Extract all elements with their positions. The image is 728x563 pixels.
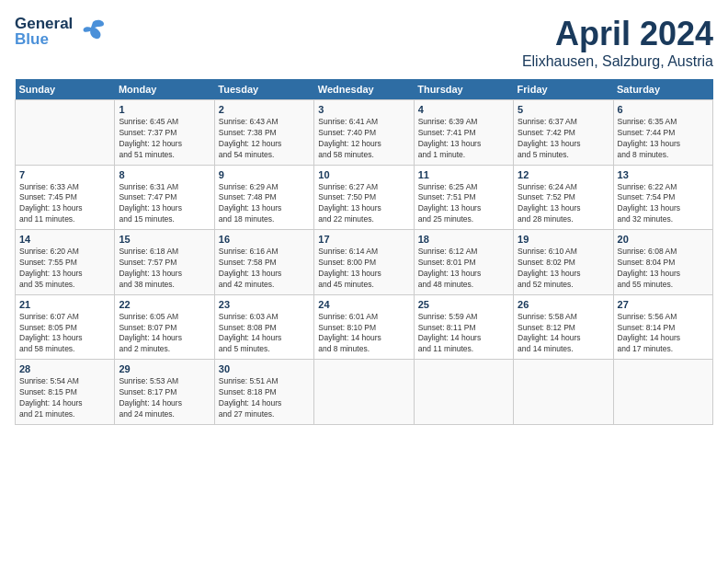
day-info: Sunrise: 6:16 AM Sunset: 7:58 PM Dayligh… xyxy=(219,247,310,291)
day-info: Sunrise: 6:43 AM Sunset: 7:38 PM Dayligh… xyxy=(219,117,310,161)
calendar-cell: 14Sunrise: 6:20 AM Sunset: 7:55 PM Dayli… xyxy=(16,230,115,295)
header: General Blue April 2024 Elixhausen, Salz… xyxy=(15,15,713,70)
calendar-cell: 1Sunrise: 6:45 AM Sunset: 7:37 PM Daylig… xyxy=(115,100,214,166)
day-info: Sunrise: 5:54 AM Sunset: 8:15 PM Dayligh… xyxy=(19,376,110,420)
day-number: 26 xyxy=(518,299,609,310)
col-header-sunday: Sunday xyxy=(16,79,115,100)
calendar-cell: 3Sunrise: 6:41 AM Sunset: 7:40 PM Daylig… xyxy=(314,100,414,166)
col-header-tuesday: Tuesday xyxy=(214,79,313,100)
calendar-cell: 16Sunrise: 6:16 AM Sunset: 7:58 PM Dayli… xyxy=(214,230,313,295)
calendar-cell: 25Sunrise: 5:59 AM Sunset: 8:11 PM Dayli… xyxy=(414,294,513,360)
day-info: Sunrise: 6:33 AM Sunset: 7:45 PM Dayligh… xyxy=(19,182,110,226)
calendar-table: SundayMondayTuesdayWednesdayThursdayFrid… xyxy=(15,79,713,425)
day-info: Sunrise: 6:22 AM Sunset: 7:54 PM Dayligh… xyxy=(618,182,709,226)
calendar-cell: 7Sunrise: 6:33 AM Sunset: 7:45 PM Daylig… xyxy=(16,165,115,230)
calendar-cell: 21Sunrise: 6:07 AM Sunset: 8:05 PM Dayli… xyxy=(16,294,115,360)
day-info: Sunrise: 6:41 AM Sunset: 7:40 PM Dayligh… xyxy=(318,117,409,161)
calendar-cell: 9Sunrise: 6:29 AM Sunset: 7:48 PM Daylig… xyxy=(214,165,313,230)
day-number: 24 xyxy=(318,299,409,310)
day-info: Sunrise: 6:25 AM Sunset: 7:51 PM Dayligh… xyxy=(418,182,509,226)
day-number: 25 xyxy=(418,299,509,310)
day-info: Sunrise: 6:29 AM Sunset: 7:48 PM Dayligh… xyxy=(219,182,310,226)
day-info: Sunrise: 5:53 AM Sunset: 8:17 PM Dayligh… xyxy=(119,376,210,420)
calendar-cell: 11Sunrise: 6:25 AM Sunset: 7:51 PM Dayli… xyxy=(414,165,513,230)
day-number: 10 xyxy=(318,169,409,180)
day-number: 4 xyxy=(418,104,509,115)
day-info: Sunrise: 6:05 AM Sunset: 8:07 PM Dayligh… xyxy=(119,312,210,356)
day-info: Sunrise: 6:24 AM Sunset: 7:52 PM Dayligh… xyxy=(518,182,609,226)
day-number: 13 xyxy=(618,169,709,180)
page-container: General Blue April 2024 Elixhausen, Salz… xyxy=(0,0,728,432)
day-number: 8 xyxy=(119,169,210,180)
col-header-saturday: Saturday xyxy=(613,79,712,100)
calendar-cell xyxy=(16,100,115,166)
day-info: Sunrise: 6:14 AM Sunset: 8:00 PM Dayligh… xyxy=(318,247,409,291)
day-info: Sunrise: 6:03 AM Sunset: 8:08 PM Dayligh… xyxy=(219,312,310,356)
col-header-monday: Monday xyxy=(115,79,214,100)
calendar-cell: 10Sunrise: 6:27 AM Sunset: 7:50 PM Dayli… xyxy=(314,165,414,230)
day-number: 7 xyxy=(19,169,110,180)
day-number: 6 xyxy=(618,104,709,115)
calendar-cell: 13Sunrise: 6:22 AM Sunset: 7:54 PM Dayli… xyxy=(613,165,712,230)
col-header-friday: Friday xyxy=(514,79,613,100)
calendar-cell: 2Sunrise: 6:43 AM Sunset: 7:38 PM Daylig… xyxy=(214,100,313,166)
col-header-thursday: Thursday xyxy=(414,79,513,100)
location-title: Elixhausen, Salzburg, Austria xyxy=(522,53,713,70)
logo-general: General xyxy=(15,16,73,31)
calendar-cell xyxy=(414,360,513,425)
day-info: Sunrise: 5:51 AM Sunset: 8:18 PM Dayligh… xyxy=(219,376,310,420)
calendar-cell: 15Sunrise: 6:18 AM Sunset: 7:57 PM Dayli… xyxy=(115,230,214,295)
day-info: Sunrise: 6:20 AM Sunset: 7:55 PM Dayligh… xyxy=(19,247,110,291)
calendar-cell xyxy=(613,360,712,425)
calendar-cell: 17Sunrise: 6:14 AM Sunset: 8:00 PM Dayli… xyxy=(314,230,414,295)
day-info: Sunrise: 6:10 AM Sunset: 8:02 PM Dayligh… xyxy=(518,247,609,291)
calendar-cell: 12Sunrise: 6:24 AM Sunset: 7:52 PM Dayli… xyxy=(514,165,613,230)
day-number: 18 xyxy=(418,234,509,245)
calendar-cell: 6Sunrise: 6:35 AM Sunset: 7:44 PM Daylig… xyxy=(613,100,712,166)
month-title: April 2024 xyxy=(522,15,713,53)
day-number: 29 xyxy=(119,363,210,374)
day-number: 3 xyxy=(318,104,409,115)
day-number: 15 xyxy=(119,234,210,245)
day-number: 9 xyxy=(219,169,310,180)
day-number: 2 xyxy=(219,104,310,115)
day-info: Sunrise: 6:45 AM Sunset: 7:37 PM Dayligh… xyxy=(119,117,210,161)
calendar-cell: 20Sunrise: 6:08 AM Sunset: 8:04 PM Dayli… xyxy=(613,230,712,295)
day-info: Sunrise: 6:07 AM Sunset: 8:05 PM Dayligh… xyxy=(19,312,110,356)
week-row-4: 21Sunrise: 6:07 AM Sunset: 8:05 PM Dayli… xyxy=(16,294,713,360)
day-info: Sunrise: 5:59 AM Sunset: 8:11 PM Dayligh… xyxy=(418,312,509,356)
day-number: 1 xyxy=(119,104,210,115)
day-number: 12 xyxy=(518,169,609,180)
day-info: Sunrise: 5:56 AM Sunset: 8:14 PM Dayligh… xyxy=(618,312,709,356)
calendar-cell: 18Sunrise: 6:12 AM Sunset: 8:01 PM Dayli… xyxy=(414,230,513,295)
day-info: Sunrise: 6:01 AM Sunset: 8:10 PM Dayligh… xyxy=(318,312,409,356)
calendar-cell: 19Sunrise: 6:10 AM Sunset: 8:02 PM Dayli… xyxy=(514,230,613,295)
day-info: Sunrise: 6:18 AM Sunset: 7:57 PM Dayligh… xyxy=(119,247,210,291)
calendar-cell: 24Sunrise: 6:01 AM Sunset: 8:10 PM Dayli… xyxy=(314,294,414,360)
week-row-1: 1Sunrise: 6:45 AM Sunset: 7:37 PM Daylig… xyxy=(16,100,713,166)
day-number: 16 xyxy=(219,234,310,245)
day-info: Sunrise: 6:31 AM Sunset: 7:47 PM Dayligh… xyxy=(119,182,210,226)
calendar-cell: 30Sunrise: 5:51 AM Sunset: 8:18 PM Dayli… xyxy=(214,360,313,425)
calendar-cell: 26Sunrise: 5:58 AM Sunset: 8:12 PM Dayli… xyxy=(514,294,613,360)
day-number: 19 xyxy=(518,234,609,245)
day-number: 11 xyxy=(418,169,509,180)
calendar-cell: 27Sunrise: 5:56 AM Sunset: 8:14 PM Dayli… xyxy=(613,294,712,360)
day-number: 17 xyxy=(318,234,409,245)
day-number: 5 xyxy=(518,104,609,115)
day-number: 21 xyxy=(19,299,110,310)
day-number: 27 xyxy=(618,299,709,310)
day-number: 20 xyxy=(618,234,709,245)
day-info: Sunrise: 6:27 AM Sunset: 7:50 PM Dayligh… xyxy=(318,182,409,226)
day-info: Sunrise: 6:35 AM Sunset: 7:44 PM Dayligh… xyxy=(618,117,709,161)
week-row-5: 28Sunrise: 5:54 AM Sunset: 8:15 PM Dayli… xyxy=(16,360,713,425)
calendar-cell: 29Sunrise: 5:53 AM Sunset: 8:17 PM Dayli… xyxy=(115,360,214,425)
calendar-cell: 23Sunrise: 6:03 AM Sunset: 8:08 PM Dayli… xyxy=(214,294,313,360)
logo-bird-icon xyxy=(78,15,108,48)
calendar-cell: 5Sunrise: 6:37 AM Sunset: 7:42 PM Daylig… xyxy=(514,100,613,166)
title-block: April 2024 Elixhausen, Salzburg, Austria xyxy=(522,15,713,70)
calendar-cell: 28Sunrise: 5:54 AM Sunset: 8:15 PM Dayli… xyxy=(16,360,115,425)
calendar-cell xyxy=(314,360,414,425)
logo: General Blue xyxy=(15,15,108,48)
day-info: Sunrise: 6:08 AM Sunset: 8:04 PM Dayligh… xyxy=(618,247,709,291)
